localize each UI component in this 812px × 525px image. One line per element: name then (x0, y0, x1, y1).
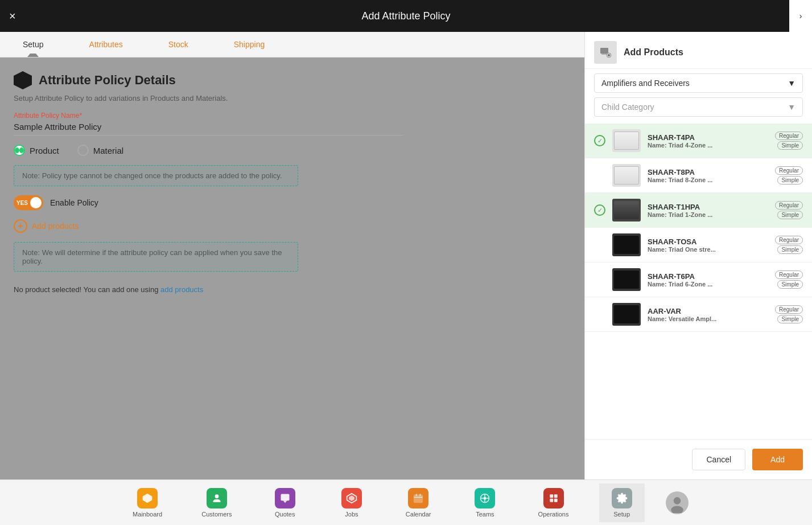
sidebar-item-operations[interactable]: Operations (529, 483, 578, 522)
category-dropdown[interactable]: Amplifiers and Receivers ▼ (594, 73, 803, 93)
radio-material-circle (77, 145, 89, 156)
sidebar-item-jobs[interactable]: Jobs (329, 483, 374, 522)
note-box-1: Note: Policy type cannot be changed once… (14, 165, 298, 186)
product-item-3[interactable]: SHAAR-TOSA Name: Triad One stre... Regul… (585, 228, 812, 262)
setup-icon (612, 488, 632, 508)
svg-point-27 (674, 497, 681, 505)
left-panel: Setup Attributes Stock Shipping Attribut… (0, 32, 584, 479)
tab-shipping[interactable]: Shipping (211, 32, 288, 57)
product-badge2-2: Simple (777, 211, 803, 219)
product-item-5[interactable]: AAR-VAR Name: Versatile Ampl... Regular … (585, 297, 812, 332)
expand-arrow-button[interactable]: › (789, 0, 812, 32)
product-thumb-2 (612, 199, 641, 222)
svg-rect-0 (600, 48, 608, 54)
sidebar-item-customers[interactable]: Customers (192, 483, 241, 522)
product-name-3: Name: Triad One stre... (648, 246, 768, 253)
mainboard-icon (137, 488, 158, 508)
product-name-1: Name: Triad 8-Zone ... (648, 177, 768, 183)
svg-point-16 (484, 497, 487, 499)
svg-marker-8 (283, 501, 287, 503)
category-value: Amplifiers and Receivers (601, 79, 690, 88)
close-button[interactable]: × (9, 10, 16, 22)
radio-product-circle (14, 145, 25, 156)
jobs-label: Jobs (345, 511, 358, 518)
child-category-chevron-icon: ▼ (788, 102, 795, 112)
tab-attributes[interactable]: Attributes (67, 32, 146, 57)
add-button[interactable]: Add (752, 449, 803, 470)
sidebar-item-mainboard[interactable]: Mainboard (123, 483, 171, 522)
toggle-label: YES (17, 200, 28, 206)
field-label-policy-name: Attribute Policy Name* (14, 112, 571, 120)
product-sku-3: SHAAR-TOSA (648, 237, 768, 246)
toggle-row: YES Enable Policy (14, 195, 571, 210)
operations-icon (543, 488, 564, 508)
product-item-2[interactable]: ✓ SHAAR-T1HPA Name: Triad 1-Zone ... Reg… (585, 193, 812, 228)
mainboard-label: Mainboard (133, 511, 162, 518)
product-sku-5: AAR-VAR (648, 307, 768, 315)
product-thumb-4 (612, 268, 641, 291)
calendar-icon (408, 488, 428, 508)
jobs-icon (341, 488, 362, 508)
product-badges-3: Regular Simple (775, 236, 803, 254)
radio-material-label: Material (93, 146, 123, 155)
product-info-3: SHAAR-TOSA Name: Triad One stre... (648, 237, 768, 253)
section-header: Attribute Policy Details (14, 71, 571, 89)
tab-stock[interactable]: Stock (146, 32, 211, 57)
section-icon (14, 71, 32, 89)
svg-point-6 (215, 494, 219, 498)
no-product-add-link[interactable]: add products (160, 285, 203, 294)
teams-icon (475, 488, 495, 508)
product-badge1-2: Regular (775, 201, 803, 210)
sidebar-item-calendar[interactable]: Calendar (395, 483, 441, 522)
sidebar-item-teams[interactable]: Teams (462, 483, 508, 522)
product-list: ✓ SHAAR-T4PA Name: Triad 4-Zone ... Regu… (585, 121, 812, 439)
product-thumb-shape-4 (614, 270, 639, 289)
add-products-link[interactable]: Add products (32, 222, 79, 231)
add-products-icon[interactable]: + (14, 219, 27, 233)
product-badges-1: Regular Simple (775, 166, 803, 184)
product-badge1-4: Regular (775, 270, 803, 279)
product-thumb-shape-2 (614, 201, 639, 219)
radio-material[interactable]: Material (77, 145, 123, 156)
product-thumb-5 (612, 303, 641, 326)
no-product-text: No product selected! You can add one usi… (14, 285, 571, 294)
setup-label: Setup (613, 511, 630, 518)
quotes-icon (275, 488, 295, 508)
radio-product[interactable]: Product (14, 145, 59, 156)
policy-name-field[interactable]: Sample Attribute Policy (14, 122, 403, 136)
product-item-1[interactable]: SHAAR-T8PA Name: Triad 8-Zone ... Regula… (585, 158, 812, 193)
cancel-button[interactable]: Cancel (692, 449, 745, 470)
product-thumb-3 (612, 233, 641, 256)
product-badge2-3: Simple (777, 245, 803, 254)
radio-product-dot (15, 147, 19, 153)
sidebar-item-quotes[interactable]: Quotes (262, 483, 308, 522)
user-avatar[interactable] (666, 491, 689, 514)
radio-product-label: Product (30, 146, 59, 155)
right-panel-footer: Cancel Add (585, 439, 812, 479)
customers-icon (207, 488, 227, 508)
svg-rect-11 (414, 495, 423, 502)
svg-rect-21 (550, 494, 553, 498)
product-item-4[interactable]: SHAAR-T6PA Name: Triad 6-Zone ... Regula… (585, 262, 812, 297)
radio-group: Product Material (14, 145, 571, 156)
product-badges-5: Regular Simple (775, 305, 803, 323)
product-badge2-0: Simple (777, 141, 803, 150)
product-info-4: SHAAR-T6PA Name: Triad 6-Zone ... (648, 272, 768, 288)
product-sku-0: SHAAR-T4PA (648, 133, 768, 142)
child-category-dropdown[interactable]: Child Category ▼ (594, 97, 803, 117)
product-item-0[interactable]: ✓ SHAAR-T4PA Name: Triad 4-Zone ... Regu… (585, 124, 812, 158)
product-badges-0: Regular Simple (775, 132, 803, 150)
product-badge2-4: Simple (777, 280, 803, 289)
add-products-row: + Add products (14, 219, 571, 233)
category-chevron-icon: ▼ (788, 79, 795, 88)
right-panel-title: Add Products (624, 47, 683, 58)
product-thumb-shape-1 (614, 166, 639, 184)
note-box-2: Note: We will determine if the attribute… (14, 242, 298, 272)
product-thumb-shape-3 (614, 236, 639, 254)
sidebar-item-setup[interactable]: Setup (599, 483, 645, 522)
product-check-icon-2: ✓ (594, 204, 605, 216)
tab-setup[interactable]: Setup (0, 32, 67, 57)
svg-rect-24 (554, 498, 557, 502)
product-thumb-shape-5 (614, 305, 639, 323)
enable-policy-toggle[interactable]: YES (14, 195, 43, 210)
